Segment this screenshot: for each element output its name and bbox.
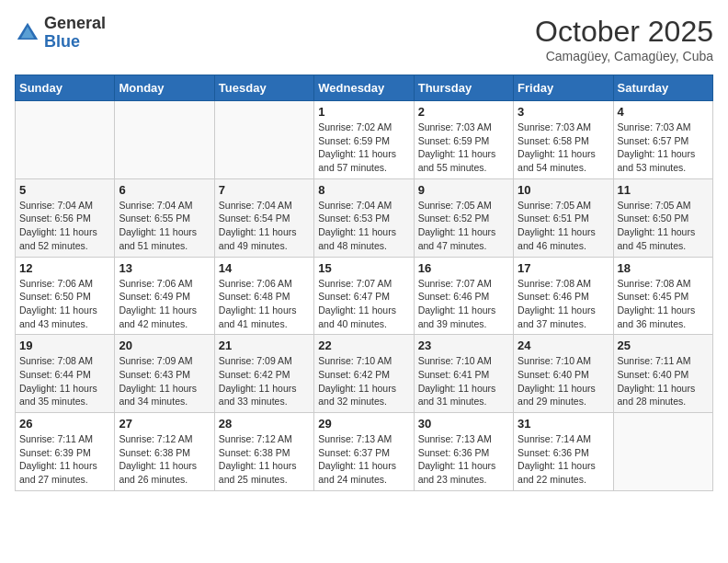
month-title: October 2025 xyxy=(535,15,713,49)
calendar-cell xyxy=(214,101,313,179)
day-number: 18 xyxy=(618,261,709,275)
title-block: October 2025 Camagüey, Camagüey, Cuba xyxy=(535,15,713,63)
day-info: Sunrise: 7:12 AM Sunset: 6:38 PM Dayligh… xyxy=(119,432,210,487)
calendar-cell: 30Sunrise: 7:13 AM Sunset: 6:36 PM Dayli… xyxy=(414,413,513,491)
calendar-cell xyxy=(16,101,115,179)
day-number: 28 xyxy=(219,417,310,431)
day-number: 15 xyxy=(318,261,409,275)
logo-icon xyxy=(15,20,40,46)
day-number: 12 xyxy=(19,261,110,275)
calendar-cell: 31Sunrise: 7:14 AM Sunset: 6:36 PM Dayli… xyxy=(514,413,613,491)
calendar-cell: 18Sunrise: 7:08 AM Sunset: 6:45 PM Dayli… xyxy=(613,257,712,335)
calendar-cell: 20Sunrise: 7:09 AM Sunset: 6:43 PM Dayli… xyxy=(115,335,214,413)
calendar-cell: 25Sunrise: 7:11 AM Sunset: 6:40 PM Dayli… xyxy=(613,335,712,413)
logo-general: General xyxy=(44,15,106,33)
day-info: Sunrise: 7:10 AM Sunset: 6:40 PM Dayligh… xyxy=(518,354,609,408)
day-info: Sunrise: 7:03 AM Sunset: 6:57 PM Dayligh… xyxy=(618,121,709,175)
day-number: 31 xyxy=(518,417,609,431)
day-info: Sunrise: 7:04 AM Sunset: 6:55 PM Dayligh… xyxy=(119,199,210,253)
calendar-cell: 14Sunrise: 7:06 AM Sunset: 6:48 PM Dayli… xyxy=(214,257,313,335)
day-info: Sunrise: 7:09 AM Sunset: 6:42 PM Dayligh… xyxy=(219,354,310,408)
day-number: 2 xyxy=(418,105,509,119)
header-row: SundayMondayTuesdayWednesdayThursdayFrid… xyxy=(16,75,713,101)
calendar-cell: 1Sunrise: 7:02 AM Sunset: 6:59 PM Daylig… xyxy=(314,101,414,179)
calendar-cell: 19Sunrise: 7:08 AM Sunset: 6:44 PM Dayli… xyxy=(16,335,115,413)
day-info: Sunrise: 7:02 AM Sunset: 6:59 PM Dayligh… xyxy=(318,121,409,175)
calendar-cell: 9Sunrise: 7:05 AM Sunset: 6:52 PM Daylig… xyxy=(414,178,513,257)
calendar-week-2: 5Sunrise: 7:04 AM Sunset: 6:56 PM Daylig… xyxy=(16,178,713,257)
day-info: Sunrise: 7:04 AM Sunset: 6:56 PM Dayligh… xyxy=(19,199,110,253)
day-number: 9 xyxy=(418,183,509,197)
calendar-cell: 8Sunrise: 7:04 AM Sunset: 6:53 PM Daylig… xyxy=(314,178,414,257)
day-number: 19 xyxy=(19,339,110,352)
day-number: 24 xyxy=(518,339,609,352)
calendar-week-5: 26Sunrise: 7:11 AM Sunset: 6:39 PM Dayli… xyxy=(16,413,713,491)
day-number: 21 xyxy=(219,339,310,352)
logo-text: General Blue xyxy=(44,15,106,52)
subtitle: Camagüey, Camagüey, Cuba xyxy=(535,49,713,63)
day-number: 8 xyxy=(318,183,409,197)
day-info: Sunrise: 7:11 AM Sunset: 6:39 PM Dayligh… xyxy=(19,432,110,487)
calendar-cell xyxy=(613,413,712,491)
day-number: 7 xyxy=(219,183,310,197)
page-header: General Blue October 2025 Camagüey, Cama… xyxy=(15,15,713,63)
day-info: Sunrise: 7:12 AM Sunset: 6:38 PM Dayligh… xyxy=(219,432,310,487)
calendar-week-3: 12Sunrise: 7:06 AM Sunset: 6:50 PM Dayli… xyxy=(16,257,713,335)
day-number: 30 xyxy=(418,417,509,431)
day-info: Sunrise: 7:13 AM Sunset: 6:36 PM Dayligh… xyxy=(418,432,509,487)
header-day-wednesday: Wednesday xyxy=(314,75,414,101)
day-info: Sunrise: 7:03 AM Sunset: 6:58 PM Dayligh… xyxy=(518,121,609,175)
day-number: 1 xyxy=(318,105,409,119)
header-day-thursday: Thursday xyxy=(414,75,513,101)
header-day-monday: Monday xyxy=(115,75,214,101)
day-number: 29 xyxy=(318,417,409,431)
calendar-cell: 16Sunrise: 7:07 AM Sunset: 6:46 PM Dayli… xyxy=(414,257,513,335)
day-info: Sunrise: 7:06 AM Sunset: 6:49 PM Dayligh… xyxy=(119,277,210,331)
day-info: Sunrise: 7:08 AM Sunset: 6:45 PM Dayligh… xyxy=(618,277,709,331)
day-number: 14 xyxy=(219,261,310,275)
day-number: 26 xyxy=(19,417,110,431)
day-number: 25 xyxy=(618,339,709,352)
day-info: Sunrise: 7:06 AM Sunset: 6:48 PM Dayligh… xyxy=(219,277,310,331)
day-number: 20 xyxy=(119,339,210,352)
calendar-cell: 24Sunrise: 7:10 AM Sunset: 6:40 PM Dayli… xyxy=(514,335,613,413)
day-number: 5 xyxy=(19,183,110,197)
calendar-cell: 2Sunrise: 7:03 AM Sunset: 6:59 PM Daylig… xyxy=(414,101,513,179)
calendar-cell: 6Sunrise: 7:04 AM Sunset: 6:55 PM Daylig… xyxy=(115,178,214,257)
logo-blue: Blue xyxy=(44,33,106,52)
day-info: Sunrise: 7:07 AM Sunset: 6:46 PM Dayligh… xyxy=(418,277,509,331)
calendar-cell: 10Sunrise: 7:05 AM Sunset: 6:51 PM Dayli… xyxy=(514,178,613,257)
day-info: Sunrise: 7:06 AM Sunset: 6:50 PM Dayligh… xyxy=(19,277,110,331)
calendar-cell: 13Sunrise: 7:06 AM Sunset: 6:49 PM Dayli… xyxy=(115,257,214,335)
calendar-cell: 12Sunrise: 7:06 AM Sunset: 6:50 PM Dayli… xyxy=(16,257,115,335)
day-number: 23 xyxy=(418,339,509,352)
day-info: Sunrise: 7:05 AM Sunset: 6:52 PM Dayligh… xyxy=(418,199,509,253)
calendar-cell: 21Sunrise: 7:09 AM Sunset: 6:42 PM Dayli… xyxy=(214,335,313,413)
calendar-week-1: 1Sunrise: 7:02 AM Sunset: 6:59 PM Daylig… xyxy=(16,101,713,179)
day-info: Sunrise: 7:05 AM Sunset: 6:51 PM Dayligh… xyxy=(518,199,609,253)
calendar-cell: 7Sunrise: 7:04 AM Sunset: 6:54 PM Daylig… xyxy=(214,178,313,257)
calendar-cell: 22Sunrise: 7:10 AM Sunset: 6:42 PM Dayli… xyxy=(314,335,414,413)
calendar-cell: 26Sunrise: 7:11 AM Sunset: 6:39 PM Dayli… xyxy=(16,413,115,491)
day-info: Sunrise: 7:14 AM Sunset: 6:36 PM Dayligh… xyxy=(518,432,609,487)
day-number: 11 xyxy=(618,183,709,197)
header-day-saturday: Saturday xyxy=(613,75,712,101)
logo: General Blue xyxy=(15,15,106,52)
day-number: 17 xyxy=(518,261,609,275)
calendar-cell: 4Sunrise: 7:03 AM Sunset: 6:57 PM Daylig… xyxy=(613,101,712,179)
day-info: Sunrise: 7:13 AM Sunset: 6:37 PM Dayligh… xyxy=(318,432,409,487)
header-day-tuesday: Tuesday xyxy=(214,75,313,101)
day-number: 22 xyxy=(318,339,409,352)
day-number: 10 xyxy=(518,183,609,197)
day-info: Sunrise: 7:08 AM Sunset: 6:46 PM Dayligh… xyxy=(518,277,609,331)
day-number: 6 xyxy=(119,183,210,197)
day-info: Sunrise: 7:07 AM Sunset: 6:47 PM Dayligh… xyxy=(318,277,409,331)
calendar-body: 1Sunrise: 7:02 AM Sunset: 6:59 PM Daylig… xyxy=(16,101,713,491)
day-number: 27 xyxy=(119,417,210,431)
day-info: Sunrise: 7:09 AM Sunset: 6:43 PM Dayligh… xyxy=(119,354,210,408)
calendar-cell: 3Sunrise: 7:03 AM Sunset: 6:58 PM Daylig… xyxy=(514,101,613,179)
calendar-cell: 17Sunrise: 7:08 AM Sunset: 6:46 PM Dayli… xyxy=(514,257,613,335)
header-day-sunday: Sunday xyxy=(16,75,115,101)
day-info: Sunrise: 7:05 AM Sunset: 6:50 PM Dayligh… xyxy=(618,199,709,253)
calendar-cell: 28Sunrise: 7:12 AM Sunset: 6:38 PM Dayli… xyxy=(214,413,313,491)
